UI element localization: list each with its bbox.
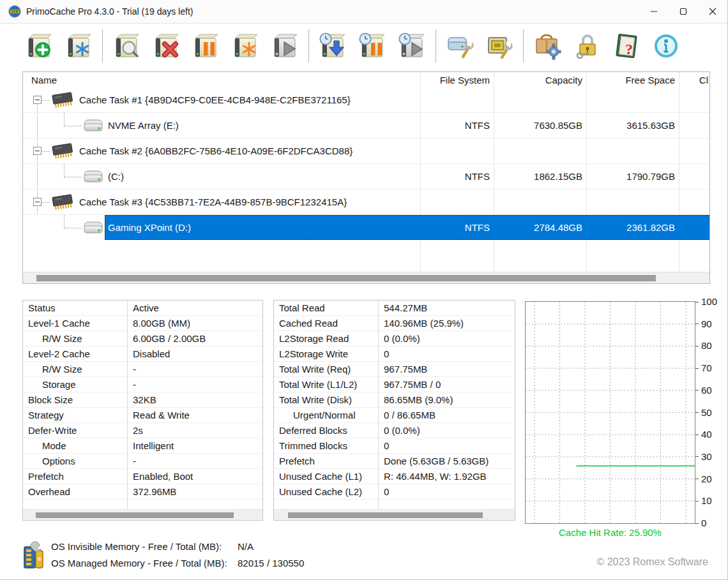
panel-column-divider (378, 301, 379, 509)
panel-row-label: Cached Read (274, 318, 378, 329)
y-axis-tick (695, 390, 699, 390)
column-header-filesystem[interactable]: File System (420, 75, 494, 86)
configure-volume-button[interactable] (445, 31, 474, 61)
box-green-plus-icon (24, 31, 54, 61)
panel-row: PrefetchEnabled, Boot (23, 469, 262, 484)
window-title: PrimoCache Pro 4.3.0 - Trial (19 days le… (26, 6, 193, 17)
name-cell: Cache Task #1 {4B9D4CF9-C0EE-4CB4-948E-C… (23, 87, 420, 112)
table-rows: Cache Task #1 {4B9D4CF9-C0EE-4CB4-948E-C… (23, 87, 709, 241)
cell-free (586, 138, 679, 163)
help-button[interactable]: ? (612, 31, 641, 61)
options-button[interactable] (533, 31, 562, 61)
y-axis-label: 80 (701, 339, 712, 352)
box-magnifier-icon (112, 31, 141, 61)
pause-cache-task-button[interactable] (191, 31, 220, 61)
panel-row-value: 0 (378, 440, 515, 451)
column-header-capacity[interactable]: Capacity (494, 75, 586, 86)
panel-row-value: Enabled, Boot (127, 471, 262, 482)
collapse-expander-icon[interactable] (33, 147, 42, 155)
cell-capacity: 1862.15GB (494, 164, 586, 189)
table-row[interactable]: (C:)NTFS1862.15GB1790.79GB (23, 164, 709, 190)
clock-box-pause-icon (358, 31, 387, 61)
cell-fs (420, 87, 494, 112)
collapse-expander-icon[interactable] (33, 198, 42, 206)
y-axis-label: 10 (701, 494, 712, 507)
cache-task-chip-icon (50, 91, 75, 111)
column-header-freespace[interactable]: Free Space (586, 75, 679, 86)
column-header-cluster[interactable]: Cl (679, 75, 709, 86)
panel-row-label: L2Storage Write (274, 348, 378, 359)
memory-status-icon (23, 539, 46, 570)
tree-connector (64, 215, 64, 228)
table-row[interactable]: Cache Task #1 {4B9D4CF9-C0EE-4CB4-948E-C… (23, 87, 709, 113)
maximize-button[interactable] (669, 0, 698, 23)
freeze-cache-task-button[interactable] (231, 31, 260, 61)
tree-connector (64, 228, 82, 228)
minus-glyph (35, 202, 40, 202)
panel-row-label: Trimmed Blocks (274, 440, 378, 451)
cell-capacity (494, 87, 586, 112)
panel-row-label: Total Write (Disk) (274, 394, 378, 405)
configure-l2storage-button[interactable] (485, 31, 514, 61)
panel-row: StrategyRead & Write (23, 408, 262, 423)
cell-free (586, 190, 679, 214)
panel-row-label: Unused Cache (L1) (274, 471, 378, 482)
panel-row: Options- (23, 454, 262, 469)
table-row[interactable]: NVME Array (E:)NTFS7630.85GB3615.63GB (23, 113, 709, 138)
table-row[interactable]: Cache Task #3 {4C53BB71-7E2A-44B9-857B-9… (23, 190, 709, 215)
panel-row-value: 372.96MB (127, 486, 262, 497)
name-cell: NVME Array (E:) (23, 113, 420, 138)
free-cache-button[interactable] (64, 31, 93, 61)
panel-row-value: 0 (0.0%) (378, 333, 515, 344)
table-row[interactable]: Gaming XPoint (D:)NTFS2784.48GB2361.82GB (23, 215, 709, 241)
table-horizontal-scrollbar[interactable] (23, 272, 709, 283)
column-header-name[interactable]: Name (23, 75, 420, 86)
copyright-text: © 2023 Romex Software (596, 556, 708, 568)
panel-row-label: Prefetch (274, 456, 378, 466)
panel-row-value: - (127, 456, 262, 466)
scrollbar-thumb[interactable] (36, 275, 656, 281)
start-cache-task-button[interactable] (270, 31, 300, 61)
volume-disk-icon (82, 221, 104, 237)
y-axis-tick (695, 323, 699, 324)
panel-row: Unused Cache (L1)R: 46.44MB, W: 1.92GB (274, 469, 515, 484)
minimize-button[interactable] (639, 0, 669, 23)
panel-row: Trimmed Blocks0 (274, 438, 515, 454)
scrollbar-thumb[interactable] (288, 512, 483, 518)
schedule-start-button[interactable] (318, 31, 347, 61)
table-row[interactable]: Cache Task #2 {6A0BB2FC-75B6-4E10-A09E-6… (23, 138, 709, 164)
view-cache-task-button[interactable] (112, 31, 141, 61)
close-icon (709, 8, 717, 15)
name-cell: Cache Task #3 {4C53BB71-7E2A-44B9-857B-9… (23, 190, 420, 214)
row-label: NVME Array (E:) (108, 113, 179, 138)
new-cache-task-button[interactable] (24, 31, 54, 61)
minimize-icon (650, 8, 658, 15)
status-panel-scrollbar[interactable] (23, 509, 262, 520)
cell-free: 3615.63GB (586, 113, 679, 138)
cell-cluster (679, 215, 709, 240)
delete-cache-task-button[interactable] (151, 31, 181, 61)
stats-panel-scrollbar[interactable] (274, 509, 515, 520)
panel-row-value: 2s (127, 425, 262, 436)
cell-fs (420, 190, 494, 214)
panel-row-label: Level-2 Cache (23, 348, 127, 359)
panel-row-label: Options (23, 456, 127, 466)
schedule-pause-button[interactable] (358, 31, 387, 61)
scrollbar-thumb[interactable] (36, 512, 234, 518)
cell-cluster (679, 190, 709, 214)
license-button[interactable] (572, 31, 602, 61)
panel-row-label: Defer-Write (23, 425, 127, 436)
schedule-resume-button[interactable] (397, 31, 427, 61)
panel-column-divider (127, 301, 128, 509)
package-gear-icon (533, 31, 562, 61)
panel-row: PrefetchDone (5.63GB / 5.63GB) (274, 454, 515, 469)
cell-capacity (494, 190, 586, 214)
close-button[interactable] (698, 0, 727, 23)
titlebar: RAM PrimoCache Pro 4.3.0 - Trial (19 day… (0, 0, 727, 24)
y-axis-tick (695, 523, 699, 524)
clock-box-play-icon (397, 31, 427, 61)
about-button[interactable] (651, 31, 681, 61)
collapse-expander-icon[interactable] (33, 96, 42, 104)
panel-row-value: Intelligent (127, 440, 262, 451)
toolbar-separator (308, 29, 309, 63)
